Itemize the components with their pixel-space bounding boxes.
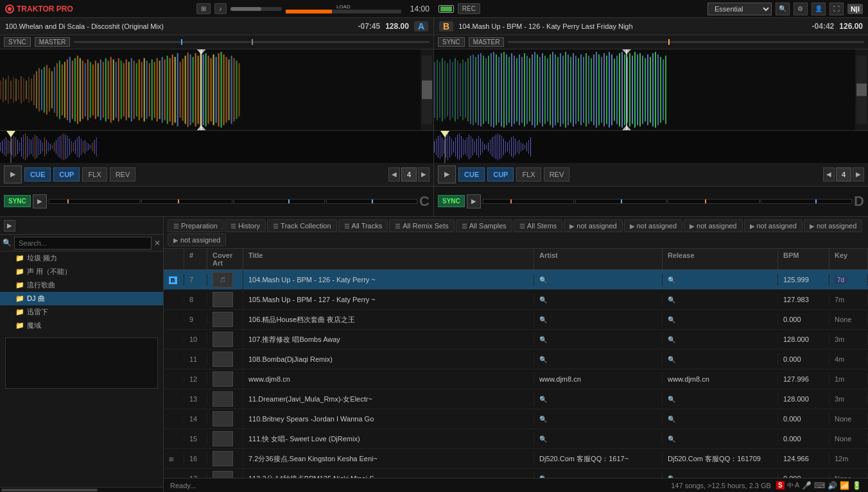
volume-btn[interactable]: ♪ xyxy=(214,3,227,14)
nav-not-assigned-5[interactable]: ▶ not assigned xyxy=(804,219,862,232)
table-row[interactable]: 14 110.Britney Spears -Jordan I Wanna Go… xyxy=(164,409,868,429)
deck-b-rev-btn[interactable]: REV xyxy=(544,167,570,182)
search-icon-small[interactable]: 🔍 xyxy=(539,356,547,363)
deck-a-master-btn[interactable]: MASTER xyxy=(35,37,71,47)
search-icon-small[interactable]: 🔍 xyxy=(539,396,547,403)
deck-a-cup-btn[interactable]: CUP xyxy=(53,167,80,182)
search-icon-small[interactable]: 🔍 xyxy=(668,436,675,443)
th-artist[interactable]: Artist xyxy=(534,249,663,269)
nav-not-assigned-2[interactable]: ▶ not assigned xyxy=(624,219,682,232)
volume-bar[interactable] xyxy=(230,7,282,11)
sidebar-item-thunder[interactable]: 📁 迅雷下 xyxy=(0,305,163,319)
nav-not-assigned-3[interactable]: ▶ not assigned xyxy=(684,219,742,232)
clear-search-icon[interactable]: ✕ xyxy=(154,239,161,248)
deck-b-cue-btn[interactable]: CUE xyxy=(458,167,485,182)
unassigned-icon-4: ▶ xyxy=(750,223,755,230)
sidebar-hscroll[interactable] xyxy=(0,487,163,492)
nav-not-assigned-4-label: not assigned xyxy=(757,222,797,230)
deck-b-label: B xyxy=(439,21,453,31)
settings-btn[interactable]: ⚙ xyxy=(794,3,808,15)
nav-all-tracks[interactable]: ☰ All Tracks xyxy=(338,219,388,232)
nav-not-assigned-6[interactable]: ▶ not assigned xyxy=(168,233,226,246)
nav-track-collection[interactable]: ☰ Track Collection xyxy=(267,219,336,232)
search-icon-small[interactable]: 🔍 xyxy=(668,296,675,303)
deck-b-transport: ▶ CUE CUP FLX REV ◀ 4 ▶ xyxy=(434,163,868,187)
grid-btn[interactable]: ⊞ xyxy=(196,3,211,14)
deck-d-sync-btn[interactable]: SYNC xyxy=(438,195,465,207)
sidebar-item-pop[interactable]: 📁 流行歌曲 xyxy=(0,278,163,292)
fullscreen-btn[interactable]: ⛶ xyxy=(829,3,844,15)
table-row[interactable]: B 7 🎵 104.Mash Up - BPM - 126 - Katy Per… xyxy=(164,270,868,290)
th-flag[interactable] xyxy=(164,249,184,269)
deck-b-flx-btn[interactable]: FLX xyxy=(516,167,541,182)
sidebar-expand-btn[interactable]: ▶ xyxy=(4,220,15,232)
nav-all-remix-sets[interactable]: ☰ All Remix Sets xyxy=(389,219,455,232)
deck-a-flx-btn[interactable]: FLX xyxy=(82,167,107,182)
search-icon-small[interactable]: 🔍 xyxy=(668,396,675,403)
nav-preparation[interactable]: ☰ Preparation xyxy=(168,219,223,232)
svg-rect-87 xyxy=(157,58,158,121)
svg-rect-234 xyxy=(578,58,579,121)
table-row[interactable]: ⊞ 16 7.2分36接点.Sean Kingston Kesha Eeni~ … xyxy=(164,449,868,469)
table-row[interactable]: 15 111.快 女唱- Sweet Love (DjRemix) 🔍 🔍 0.… xyxy=(164,429,868,449)
th-title[interactable]: Title xyxy=(243,249,534,269)
table-row[interactable]: 11 108.Bomba(DjJiaqi Remix) 🔍 🔍 0.000 4m xyxy=(164,350,868,369)
table-row[interactable]: 13 11.Dreamer(Javi_Mula_Rmx)-女Electr~ 🔍 … xyxy=(164,389,868,409)
svg-rect-121 xyxy=(35,135,35,159)
th-art[interactable]: Cover Art xyxy=(207,249,243,269)
deck-d-play-btn[interactable]: ▶ xyxy=(467,194,481,208)
deck-b-hotcue-prev[interactable]: ◀ xyxy=(823,167,835,182)
search-icon-small[interactable]: 🔍 xyxy=(539,296,547,303)
search-icon-small[interactable]: 🔍 xyxy=(539,336,547,343)
deck-b-master-btn[interactable]: MASTER xyxy=(469,37,505,47)
nav-collection-label: Track Collection xyxy=(281,222,331,230)
nav-not-assigned-1[interactable]: ▶ not assigned xyxy=(564,219,622,232)
svg-rect-127 xyxy=(46,140,47,154)
deck-a-sync-btn[interactable]: SYNC xyxy=(4,37,31,47)
deck-a-play-btn[interactable]: ▶ xyxy=(4,165,22,183)
search-icon-small[interactable]: 🔍 xyxy=(539,436,547,443)
search-icon-small[interactable]: 🔍 xyxy=(668,356,675,363)
th-bpm[interactable]: BPM xyxy=(778,249,829,269)
nav-all-stems[interactable]: ☰ All Stems xyxy=(514,219,562,232)
deck-a-rev-btn[interactable]: REV xyxy=(110,167,136,182)
deck-c-play-btn[interactable]: ▶ xyxy=(33,194,47,208)
deck-a-cue-btn[interactable]: CUE xyxy=(24,167,51,182)
search-icon-small[interactable]: 🔍 xyxy=(668,276,675,284)
deck-b-play-btn[interactable]: ▶ xyxy=(438,165,456,183)
rec-btn[interactable]: REC xyxy=(458,3,480,14)
deck-b-sync-btn[interactable]: SYNC xyxy=(438,37,465,47)
table-row[interactable]: 12 www.djm8.cn www.djm8.cn www.djm8.cn 1… xyxy=(164,369,868,389)
table-row[interactable]: 10 107.推荐修改 唱Bombs Away 🔍 🔍 128.000 3m xyxy=(164,330,868,350)
deck-b-hotcue-next[interactable]: ▶ xyxy=(853,167,864,182)
sidebar-item-magic[interactable]: 📁 魔域 xyxy=(0,319,163,332)
nav-history[interactable]: ☰ History xyxy=(225,219,266,232)
table-row[interactable]: 8 105.Mash Up - BPM - 127 - Katy Perry ~… xyxy=(164,290,868,310)
th-release[interactable]: Release xyxy=(663,249,778,269)
search-btn[interactable]: 🔍 xyxy=(776,3,790,15)
search-icon-small[interactable]: 🔍 xyxy=(668,416,675,423)
th-num[interactable]: # xyxy=(184,249,207,269)
deck-a-hotcue-prev[interactable]: ◀ xyxy=(388,167,400,182)
search-icon-small[interactable]: 🔍 xyxy=(539,276,547,284)
table-row[interactable]: 17 113.3分 14秒接点BPM125 Nicki Minaj S~ 🔍 🔍… xyxy=(164,469,868,478)
search-icon-small[interactable]: 🔍 xyxy=(539,416,547,423)
search-icon-small[interactable]: 🔍 xyxy=(539,316,547,323)
sidebar-item-dj[interactable]: 📁 DJ 曲 xyxy=(0,292,163,305)
th-key[interactable]: Key xyxy=(829,249,868,269)
svg-rect-6 xyxy=(10,80,12,99)
search-input[interactable] xyxy=(14,237,152,250)
deck-c-sync-btn[interactable]: SYNC xyxy=(4,195,31,207)
layout-select[interactable]: Essential xyxy=(707,3,772,15)
nav-all-samples[interactable]: ☰ All Samples xyxy=(456,219,512,232)
search-icon-small[interactable]: 🔍 xyxy=(668,336,675,343)
search-icon-small[interactable]: 🔍 xyxy=(668,316,675,323)
profile-btn[interactable]: 👤 xyxy=(812,3,826,15)
table-row[interactable]: 9 106.精品House档次套曲 夜店之王 🔍 🔍 0.000 None xyxy=(164,310,868,330)
td-title: 104.Mash Up - BPM - 126 - Katy Perry ~ xyxy=(243,274,534,285)
sidebar-item-junkyard[interactable]: 📁 垃圾 频力 xyxy=(0,251,163,265)
deck-a-hotcue-next[interactable]: ▶ xyxy=(418,167,430,182)
sidebar-item-voice[interactable]: 📁 声 用（不能） xyxy=(0,265,163,278)
deck-b-cup-btn[interactable]: CUP xyxy=(487,167,514,182)
nav-not-assigned-4[interactable]: ▶ not assigned xyxy=(744,219,803,232)
